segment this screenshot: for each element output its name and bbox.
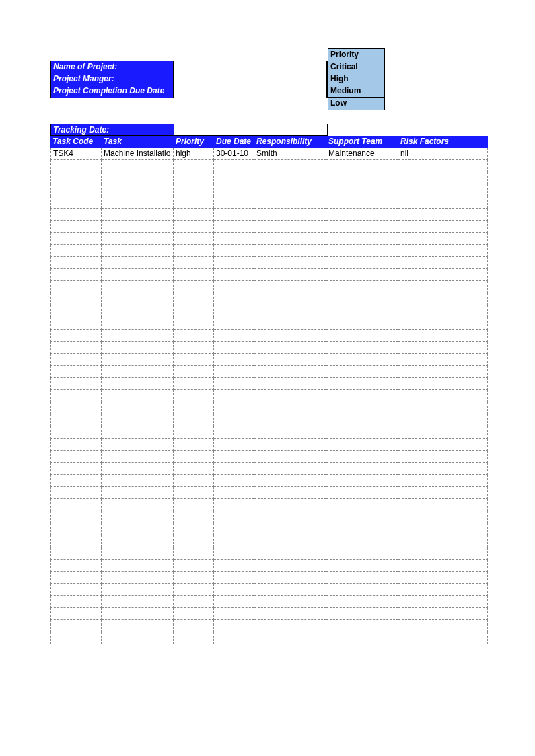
table-row[interactable] (50, 257, 488, 269)
cell-task[interactable] (102, 535, 174, 547)
cell-task[interactable]: Machine Installatio (102, 148, 174, 160)
table-row[interactable] (50, 172, 488, 184)
table-row[interactable] (50, 293, 488, 305)
cell-due_date[interactable] (214, 451, 254, 463)
cell-priority[interactable] (174, 354, 214, 366)
table-row[interactable] (50, 608, 488, 620)
cell-priority[interactable] (174, 233, 214, 245)
table-row[interactable] (50, 233, 488, 245)
cell-task[interactable] (102, 402, 174, 414)
cell-due_date[interactable] (214, 233, 254, 245)
cell-task[interactable] (102, 439, 174, 451)
cell-support_team[interactable] (326, 390, 398, 402)
cell-due_date[interactable] (214, 184, 254, 196)
project-due-date-value[interactable] (174, 85, 327, 98)
cell-priority[interactable] (174, 342, 214, 354)
cell-due_date[interactable] (214, 293, 254, 305)
cell-risk_factors[interactable] (398, 632, 488, 644)
table-row[interactable] (50, 511, 488, 523)
cell-due_date[interactable] (214, 547, 254, 560)
cell-risk_factors[interactable] (398, 596, 488, 608)
cell-task[interactable] (102, 330, 174, 342)
cell-task_code[interactable] (50, 281, 102, 293)
cell-risk_factors[interactable] (398, 317, 488, 330)
cell-priority[interactable] (174, 317, 214, 330)
cell-responsibility[interactable] (254, 330, 326, 342)
cell-priority[interactable] (174, 439, 214, 451)
cell-task_code[interactable] (50, 209, 102, 221)
cell-responsibility[interactable] (254, 463, 326, 475)
table-row[interactable] (50, 426, 488, 439)
table-row[interactable] (50, 209, 488, 221)
cell-priority[interactable] (174, 632, 214, 644)
cell-risk_factors[interactable] (398, 184, 488, 196)
cell-risk_factors[interactable] (398, 233, 488, 245)
cell-priority[interactable] (174, 620, 214, 632)
cell-task_code[interactable] (50, 184, 102, 196)
cell-priority[interactable] (174, 305, 214, 317)
cell-responsibility[interactable] (254, 560, 326, 572)
cell-task[interactable] (102, 390, 174, 402)
cell-task_code[interactable] (50, 584, 102, 596)
cell-due_date[interactable] (214, 390, 254, 402)
cell-risk_factors[interactable] (398, 523, 488, 535)
cell-risk_factors[interactable] (398, 584, 488, 596)
cell-risk_factors[interactable] (398, 354, 488, 366)
cell-risk_factors[interactable] (398, 366, 488, 378)
cell-task[interactable] (102, 378, 174, 390)
table-row[interactable] (50, 390, 488, 402)
cell-task[interactable] (102, 511, 174, 523)
cell-priority[interactable] (174, 463, 214, 475)
table-row[interactable] (50, 221, 488, 233)
cell-task_code[interactable] (50, 221, 102, 233)
cell-priority[interactable] (174, 402, 214, 414)
cell-support_team[interactable] (326, 196, 398, 209)
cell-priority[interactable] (174, 209, 214, 221)
cell-responsibility[interactable] (254, 451, 326, 463)
cell-due_date[interactable] (214, 330, 254, 342)
cell-responsibility[interactable] (254, 257, 326, 269)
cell-risk_factors[interactable] (398, 221, 488, 233)
cell-task[interactable] (102, 354, 174, 366)
cell-task[interactable] (102, 596, 174, 608)
cell-support_team[interactable] (326, 608, 398, 620)
table-row[interactable] (50, 330, 488, 342)
cell-priority[interactable] (174, 257, 214, 269)
cell-due_date[interactable] (214, 608, 254, 620)
table-row[interactable] (50, 414, 488, 426)
cell-risk_factors[interactable]: nil (398, 148, 488, 160)
table-row[interactable] (50, 451, 488, 463)
cell-support_team[interactable] (326, 233, 398, 245)
cell-task_code[interactable] (50, 439, 102, 451)
table-row[interactable] (50, 596, 488, 608)
table-row[interactable] (50, 560, 488, 572)
cell-responsibility[interactable] (254, 414, 326, 426)
cell-task[interactable] (102, 342, 174, 354)
cell-task_code[interactable] (50, 305, 102, 317)
cell-risk_factors[interactable] (398, 342, 488, 354)
cell-due_date[interactable] (214, 317, 254, 330)
cell-support_team[interactable] (326, 330, 398, 342)
cell-responsibility[interactable] (254, 378, 326, 390)
table-row[interactable] (50, 378, 488, 390)
cell-task[interactable] (102, 426, 174, 439)
table-row[interactable] (50, 366, 488, 378)
table-row[interactable] (50, 499, 488, 511)
cell-task[interactable] (102, 463, 174, 475)
cell-task_code[interactable] (50, 560, 102, 572)
cell-due_date[interactable] (214, 487, 254, 499)
cell-priority[interactable] (174, 414, 214, 426)
cell-due_date[interactable] (214, 463, 254, 475)
cell-responsibility[interactable] (254, 584, 326, 596)
cell-task_code[interactable] (50, 426, 102, 439)
cell-priority[interactable] (174, 451, 214, 463)
cell-responsibility[interactable] (254, 426, 326, 439)
table-row[interactable] (50, 547, 488, 560)
table-row[interactable] (50, 402, 488, 414)
cell-risk_factors[interactable] (398, 378, 488, 390)
cell-support_team[interactable] (326, 620, 398, 632)
cell-priority[interactable] (174, 172, 214, 184)
cell-risk_factors[interactable] (398, 245, 488, 257)
cell-responsibility[interactable] (254, 281, 326, 293)
cell-priority[interactable] (174, 330, 214, 342)
